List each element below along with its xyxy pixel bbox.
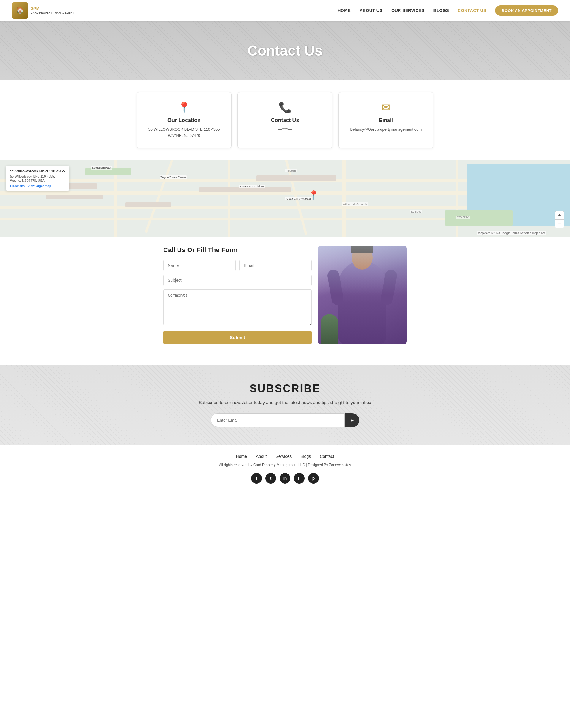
footer-services-link[interactable]: Services <box>276 454 292 459</box>
map-container[interactable]: 📍 Nordstrom Rack Wayne Towne Center Dave… <box>0 160 570 237</box>
map-zoom-in[interactable]: + <box>555 211 564 220</box>
subscribe-form: ➤ <box>211 413 359 427</box>
map-attribution: Map data ©2023 Google Terms Report a map… <box>477 231 546 235</box>
navbar: 🏠 GPM GARD PROPERTY MANAGEMENT HOME ABOU… <box>0 0 570 21</box>
email-icon: ✉ <box>345 101 427 114</box>
location-card-title: Our Location <box>143 117 225 124</box>
name-email-row <box>163 260 312 271</box>
nav-services[interactable]: OUR SERVICES <box>391 8 424 13</box>
email-input[interactable] <box>239 260 312 271</box>
footer-links: Home About Services Blogs Contact <box>6 454 564 459</box>
linkedin-icon[interactable]: li <box>294 473 305 484</box>
hero-title: Contact Us <box>247 42 322 59</box>
twitter-icon[interactable]: t <box>265 473 276 484</box>
contact-card-title: Contact Us <box>244 117 326 124</box>
subscribe-description: Subscribe to our newsletter today and ge… <box>6 399 564 406</box>
nav-blogs[interactable]: BLOGS <box>434 8 449 13</box>
map-directions-link[interactable]: Directions <box>10 184 25 188</box>
map-larger-link[interactable]: View larger map <box>28 184 51 188</box>
form-container: Call Us Or Fill The Form Submit <box>163 246 312 344</box>
map-section: 📍 Nordstrom Rack Wayne Towne Center Dave… <box>0 160 570 237</box>
person-image <box>318 246 407 344</box>
subscribe-email-input[interactable] <box>211 413 345 427</box>
footer-blogs-link[interactable]: Blogs <box>300 454 311 459</box>
logo[interactable]: 🏠 GPM GARD PROPERTY MANAGEMENT <box>12 2 74 19</box>
logo-text: GPM GARD PROPERTY MANAGEMENT <box>31 6 74 15</box>
nav-about[interactable]: ABOUT US <box>359 8 382 13</box>
map-zoom-controls: + − <box>555 211 564 228</box>
subscribe-arrow-icon: ➤ <box>350 418 354 423</box>
email-card-text: Belandy@Gardpropertymanagement.com <box>345 127 427 133</box>
email-card: ✉ Email Belandy@Gardpropertymanagement.c… <box>338 92 434 148</box>
info-cards: 📍 Our Location 55 WILLOWBROOK BLVD STE 1… <box>0 80 570 160</box>
logo-icon: 🏠 <box>12 2 28 19</box>
nav-links: HOME ABOUT US OUR SERVICES BLOGS CONTACT… <box>337 5 558 16</box>
name-input[interactable] <box>163 260 236 271</box>
map-address-title: 55 Willowbrook Blvd 110 4355 <box>10 169 65 173</box>
comments-textarea[interactable] <box>163 289 312 325</box>
hero-section: Contact Us <box>0 21 570 80</box>
location-card: 📍 Our Location 55 WILLOWBROOK BLVD STE 1… <box>136 92 232 148</box>
footer-home-link[interactable]: Home <box>236 454 247 459</box>
map-address-line2: Wayne, NJ 07470, USA <box>10 179 65 182</box>
contact-card-text: —???— <box>244 127 326 133</box>
subscribe-submit-button[interactable]: ➤ <box>345 413 359 427</box>
instagram-icon[interactable]: in <box>280 473 290 484</box>
submit-button[interactable]: Submit <box>163 331 312 344</box>
social-icons: f t in li p <box>6 473 564 484</box>
footer-about-link[interactable]: About <box>256 454 267 459</box>
subscribe-title: SUBSCRIBE <box>6 383 564 395</box>
footer-copyright: All rights reserved by Gard Property Man… <box>6 463 564 467</box>
comments-row <box>163 289 312 326</box>
nav-contact[interactable]: CONTACT US <box>458 8 486 13</box>
location-icon: 📍 <box>143 101 225 114</box>
subject-input[interactable] <box>163 275 312 286</box>
nav-home[interactable]: HOME <box>337 8 351 13</box>
location-card-text: 55 WILLOWBROOK BLVD STE 110 4355 WAYNE, … <box>143 127 225 139</box>
book-appointment-button[interactable]: BOOK AN APPOINTMENT <box>495 5 558 16</box>
map-info-box: 55 Willowbrook Blvd 110 4355 55 Willowbr… <box>6 166 69 191</box>
facebook-icon[interactable]: f <box>251 473 262 484</box>
contact-card: 📞 Contact Us —???— <box>238 92 332 148</box>
contact-form-section: Call Us Or Fill The Form Submit <box>157 237 413 353</box>
footer-contact-link[interactable]: Contact <box>320 454 334 459</box>
pinterest-icon[interactable]: p <box>308 473 319 484</box>
footer: Home About Services Blogs Contact All ri… <box>0 445 570 493</box>
subject-row <box>163 275 312 286</box>
email-card-title: Email <box>345 117 427 124</box>
map-address-line1: 55 Willowbrook Blvd 110 4355, <box>10 175 65 178</box>
phone-icon: 📞 <box>244 101 326 114</box>
subscribe-section: SUBSCRIBE Subscribe to our newsletter to… <box>0 365 570 445</box>
map-zoom-out[interactable]: − <box>555 220 564 228</box>
form-heading: Call Us Or Fill The Form <box>163 246 312 254</box>
